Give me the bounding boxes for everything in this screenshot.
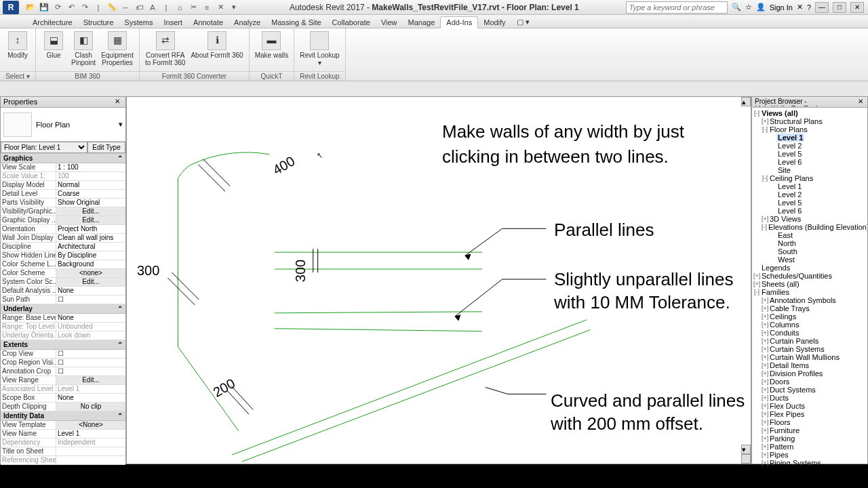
prop-row[interactable]: View NameLevel 1: [1, 430, 125, 439]
undo-icon[interactable]: ↶: [65, 1, 77, 14]
prop-row[interactable]: Scope BoxNone: [1, 394, 125, 403]
thin-lines-icon[interactable]: ≡: [201, 1, 213, 14]
tree-toggle-icon[interactable]: [+]: [762, 297, 768, 304]
tab-manage[interactable]: Manage: [403, 17, 441, 28]
prop-row[interactable]: Scale Value 1:100: [1, 172, 125, 181]
prop-value[interactable]: By Discipline: [56, 251, 125, 260]
prop-value[interactable]: Coarse: [56, 190, 125, 198]
tree-item[interactable]: Level 6: [753, 158, 866, 166]
prop-row[interactable]: DependencyIndependent: [1, 439, 125, 447]
prop-row[interactable]: DisciplineArchitectural: [1, 243, 125, 251]
tab-systems[interactable]: Systems: [119, 17, 158, 28]
prop-value[interactable]: Edit...: [56, 216, 125, 224]
prop-row[interactable]: Color Scheme<none>: [1, 269, 125, 278]
tree-toggle-icon[interactable]: [+]: [762, 386, 768, 393]
tree-item[interactable]: Level 2: [753, 190, 866, 199]
prop-value[interactable]: Project North: [56, 225, 125, 233]
tree-toggle-icon[interactable]: [+]: [762, 346, 768, 352]
prop-section-header[interactable]: Extents⌃: [1, 340, 125, 350]
tree-item[interactable]: [+]Doors: [753, 378, 866, 386]
section-icon[interactable]: ✂: [187, 1, 199, 14]
prop-row[interactable]: View Template<None>: [1, 421, 125, 430]
app-logo[interactable]: R: [3, 1, 19, 14]
prop-row[interactable]: Associated LevelLevel 1: [1, 385, 125, 394]
tag-icon[interactable]: 🏷: [133, 1, 145, 14]
save-icon[interactable]: 💾: [38, 1, 50, 14]
prop-value[interactable]: Unbounded: [56, 323, 125, 331]
prop-row[interactable]: Title on Sheet: [1, 447, 125, 456]
tree-item[interactable]: [+]Floors: [753, 418, 866, 426]
subscription-icon[interactable]: ☆: [745, 3, 752, 12]
tree-item[interactable]: Level 1: [753, 134, 866, 142]
tab-architecture[interactable]: Architecture: [27, 17, 78, 28]
prop-value[interactable]: None: [56, 287, 125, 295]
tree-item[interactable]: [+]Schedules/Quantities: [753, 272, 866, 280]
prop-value[interactable]: Level 1: [56, 430, 125, 438]
tree-toggle-icon[interactable]: [-]: [753, 110, 760, 117]
tree-item[interactable]: [+]Pattern: [753, 443, 866, 451]
prop-value[interactable]: Edit...: [56, 278, 125, 286]
tree-item[interactable]: West: [753, 256, 866, 264]
prop-value[interactable]: Look down: [56, 331, 125, 340]
open-icon[interactable]: 📂: [24, 1, 37, 14]
prop-row[interactable]: Annotation Crop☐: [1, 367, 125, 376]
search-input[interactable]: [626, 1, 728, 14]
tree-item[interactable]: [+]Detail Items: [753, 361, 866, 369]
prop-value[interactable]: Clean all wall joins: [56, 234, 125, 242]
tree-item[interactable]: Site: [753, 166, 866, 174]
tab-modify[interactable]: Modify: [478, 17, 511, 28]
prop-section-header[interactable]: Graphics⌃: [1, 154, 125, 163]
tree-item[interactable]: [+]Structural Plans: [753, 117, 866, 125]
scroll-up-button[interactable]: ▴: [741, 97, 751, 106]
prop-row[interactable]: View RangeEdit...: [1, 376, 125, 385]
prop-section-header[interactable]: Underlay⌃: [1, 304, 125, 314]
tree-toggle-icon[interactable]: [+]: [762, 354, 768, 361]
tab-massing-site[interactable]: Massing & Site: [266, 17, 326, 28]
drawing-canvas[interactable]: Make walls of any width by just clicking…: [126, 96, 751, 464]
tree-item[interactable]: [+]Ceilings: [753, 312, 866, 321]
tree-item[interactable]: [+]3D Views: [753, 215, 866, 223]
prop-row[interactable]: Parts VisibilityShow Original: [1, 199, 125, 207]
help-icon[interactable]: ?: [807, 3, 811, 12]
prop-value[interactable]: Edit...: [56, 207, 125, 216]
prop-row[interactable]: OrientationProject North: [1, 225, 125, 234]
sign-in-link[interactable]: Sign In: [770, 3, 793, 12]
tree-item[interactable]: South: [753, 247, 866, 256]
tree-item[interactable]: [+]Flex Pipes: [753, 410, 866, 418]
tree-toggle-icon[interactable]: [+]: [762, 338, 768, 344]
close-icon[interactable]: ✕: [858, 98, 865, 106]
tree-toggle-icon[interactable]: [+]: [762, 378, 768, 385]
close-button[interactable]: ✕: [850, 2, 864, 13]
prop-row[interactable]: View Scale1 : 100: [1, 163, 125, 172]
clash-button[interactable]: ◧ClashPinpoint: [68, 30, 98, 70]
prop-row[interactable]: Color Scheme L...Background: [1, 260, 125, 269]
prop-value[interactable]: Architectural: [56, 243, 125, 251]
tree-item[interactable]: Level 5: [753, 199, 866, 207]
tree-item[interactable]: [+]Piping Systems: [753, 459, 866, 467]
prop-value[interactable]: No clip: [56, 403, 125, 411]
tree-item[interactable]: [+]Parking: [753, 434, 866, 443]
tree-toggle-icon[interactable]: [+]: [762, 370, 768, 377]
tree-item[interactable]: [+]Ducts: [753, 394, 866, 402]
tree-item[interactable]: [-]Elevations (Building Elevation): [753, 223, 866, 231]
edit-type-button[interactable]: Edit Type: [87, 142, 125, 153]
tree-toggle-icon[interactable]: [+]: [762, 451, 768, 458]
maximize-button[interactable]: □: [833, 2, 846, 13]
prop-value[interactable]: None: [56, 394, 125, 402]
prop-value[interactable]: [56, 447, 125, 455]
tree-item[interactable]: [+]Pipes: [753, 451, 866, 459]
tree-item[interactable]: [+]Conduits: [753, 329, 866, 337]
measure-icon[interactable]: 📏: [106, 1, 118, 14]
tab-collaborate[interactable]: Collaborate: [327, 17, 376, 28]
dimension-icon[interactable]: ↔: [119, 1, 132, 14]
minimize-button[interactable]: —: [815, 2, 829, 13]
text-icon[interactable]: A: [146, 1, 159, 14]
tree-toggle-icon[interactable]: [+]: [762, 427, 768, 434]
close-hidden-icon[interactable]: ✕: [214, 1, 226, 14]
about-formit--button[interactable]: ℹAbout FormIt 360: [188, 30, 245, 70]
tab-view[interactable]: View: [376, 17, 403, 28]
prop-row[interactable]: Display ModelNormal: [1, 181, 125, 190]
prop-value[interactable]: 1 : 100: [56, 163, 125, 171]
tree-toggle-icon[interactable]: [+]: [762, 321, 768, 328]
tree-item[interactable]: Level 1: [753, 182, 866, 190]
